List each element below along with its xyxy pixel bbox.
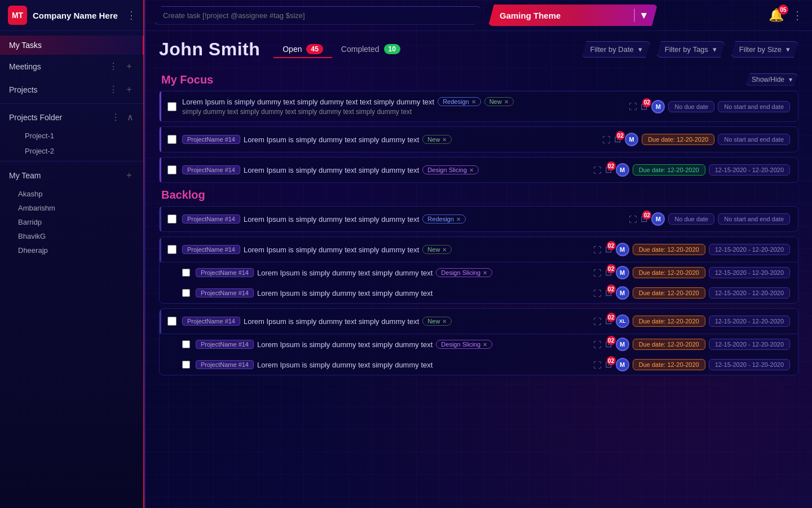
focus-task-3: ProjectName #14 Lorem Ipsum is simply du… — [159, 157, 798, 183]
subtask-badge: ⊡ 02 — [641, 102, 648, 112]
show-hide-button[interactable]: Show/Hide ▾ — [745, 73, 798, 86]
notification-bell[interactable]: 🔔 05 — [769, 8, 784, 23]
due-date-badge: No due date — [668, 101, 714, 112]
team-member-barridp[interactable]: Barridp — [9, 215, 144, 229]
focus-task-3-actions: ⛶ ⊡ 02 M Due date: 12-20-2020 12-15-2020… — [593, 163, 790, 177]
company-name: Company Name Here — [33, 11, 121, 20]
filter-size-button[interactable]: Filter by Size ▾ — [731, 41, 798, 58]
due-date-badge-3: Due date: 12-20-2020 — [633, 164, 705, 176]
sidebar-item-projects[interactable]: Projects ⋮ ＋ — [0, 78, 144, 101]
tag-new-b2-remove[interactable]: ✕ — [442, 247, 447, 253]
focus-task-1-body: Lorem Ipsum is simply dummy text simply … — [182, 97, 623, 116]
subtask-badge-b2: ⊡ 02 — [605, 244, 612, 255]
tag-new-2-remove[interactable]: ✕ — [442, 137, 447, 143]
backlog-task-3-checkbox[interactable] — [167, 317, 176, 326]
project-badge-3: ProjectName #14 — [182, 165, 240, 174]
tag-new-2: New ✕ — [422, 135, 452, 144]
tag-design-3: Design Slicing ✕ — [422, 165, 479, 174]
focus-task-2-body: ProjectName #14 Lorem Ipsum is simply du… — [182, 135, 597, 144]
sidebar-item-my-team[interactable]: My Team ＋ — [0, 164, 144, 187]
topbar: Gaming Theme ▾ 🔔 05 ⋮ — [145, 0, 812, 31]
subtask-2-1-checkbox[interactable] — [182, 269, 190, 277]
tag-redesign-remove[interactable]: ✕ — [471, 99, 476, 105]
expand-icon-b2[interactable]: ⛶ — [593, 245, 602, 255]
sidebar-menu-icon[interactable]: ⋮ — [126, 9, 136, 21]
tag-redesign-b1-remove[interactable]: ✕ — [456, 216, 461, 222]
focus-task-3-checkbox[interactable] — [167, 165, 176, 174]
subtask-3-2-checkbox[interactable] — [182, 361, 190, 369]
main-content: Gaming Theme ▾ 🔔 05 ⋮ John Smith Open 45… — [145, 0, 812, 508]
backlog-task-2-actions: ⛶ ⊡ 02 M Due date: 12-20-2020 12-15-2020… — [593, 243, 790, 256]
expand-icon-b1[interactable]: ⛶ — [629, 214, 637, 224]
expand-icon-2[interactable]: ⛶ — [602, 135, 611, 144]
folder-options-icon[interactable]: ⋮ — [109, 111, 122, 123]
filter-date-button[interactable]: Filter by Date ▾ — [581, 41, 650, 58]
backlog-group-2: ProjectName #14 Lorem Ipsum is simply du… — [159, 237, 798, 304]
meetings-options-icon[interactable]: ⋮ — [107, 60, 120, 72]
sidebar-item-meetings[interactable]: Meetings ⋮ ＋ — [0, 55, 144, 78]
notification-badge: 05 — [778, 5, 788, 15]
sidebar-item-project2[interactable]: Project-2 — [16, 143, 144, 159]
nav-divider — [0, 103, 144, 104]
backlog-task-2-checkbox[interactable] — [167, 245, 176, 254]
team-member-bhavikg[interactable]: BhavikG — [9, 229, 144, 243]
subtask-count-b1: 02 — [642, 211, 651, 220]
tab-open[interactable]: Open 45 — [273, 41, 332, 58]
filter-size-chevron: ▾ — [786, 45, 790, 54]
focus-task-1-line1: Lorem Ipsum is simply dummy text simply … — [182, 97, 623, 106]
subtask-3-1-checkbox[interactable] — [182, 340, 190, 348]
team-members-list: Akashp Ambarishm Barridp BhavikG Dheeraj… — [0, 187, 144, 257]
tag-new-remove[interactable]: ✕ — [504, 99, 509, 105]
focus-section-title: My Focus — [159, 73, 213, 86]
gaming-theme-label: Gaming Theme — [500, 11, 561, 20]
backlog-task-2-main: ProjectName #14 Lorem Ipsum is simply du… — [160, 237, 798, 262]
assignee-badge-xl: XL — [616, 314, 629, 328]
backlog-task-1-checkbox[interactable] — [167, 214, 176, 224]
nav-divider2 — [0, 161, 144, 161]
tag-design-3-remove[interactable]: ✕ — [469, 167, 474, 173]
show-hide-chevron: ▾ — [789, 76, 792, 84]
team-member-akashp[interactable]: Akashp — [9, 187, 144, 201]
tab-bar: Open 45 Completed 10 — [273, 41, 409, 58]
subtask-count-3: 02 — [607, 161, 616, 170]
backlog-task-1-actions: ⛶ ⊡ 02 M No due date No start and end da… — [629, 212, 790, 226]
project-badge: ProjectName #14 — [182, 135, 240, 144]
folder-children: Project-1 Project-2 — [0, 128, 144, 159]
due-date-badge-b1: No due date — [668, 213, 714, 225]
team-add-icon[interactable]: ＋ — [123, 169, 135, 182]
backlog-task-1: ProjectName #14 Lorem Ipsum is simply du… — [159, 206, 798, 232]
user-name: John Smith — [159, 39, 260, 60]
focus-task-2-line1: ProjectName #14 Lorem Ipsum is simply du… — [182, 135, 597, 144]
filter-tags-button[interactable]: Filter by Tags ▾ — [656, 41, 725, 58]
projects-add-icon[interactable]: ＋ — [123, 83, 135, 96]
focus-task-1: Lorem Ipsum is simply dummy text simply … — [159, 91, 798, 122]
subtask-count: 02 — [642, 98, 651, 107]
focus-task-3-body: ProjectName #14 Lorem Ipsum is simply du… — [182, 165, 588, 174]
folder-collapse-icon[interactable]: ∧ — [125, 111, 135, 123]
focus-task-1-checkbox[interactable] — [167, 102, 176, 111]
sidebar-item-projects-folder[interactable]: Projects Folder ⋮ ∧ — [0, 106, 144, 128]
gaming-theme-button[interactable]: Gaming Theme ▾ — [488, 5, 657, 26]
backlog-subtask-3-2: ProjectName #14 Lorem Ipsum is simply du… — [160, 354, 798, 375]
sidebar-item-project1[interactable]: Project-1 — [16, 128, 144, 143]
subtask-badge-b1: ⊡ 02 — [641, 214, 648, 224]
team-member-ambarishm[interactable]: Ambarishm — [9, 201, 144, 215]
tab-completed[interactable]: Completed 10 — [332, 41, 409, 58]
projects-options-icon[interactable]: ⋮ — [107, 84, 120, 95]
sidebar-item-my-tasks[interactable]: My Tasks — [0, 36, 144, 55]
assignee-badge-3: M — [616, 163, 629, 177]
topbar-more-options[interactable]: ⋮ — [792, 8, 803, 22]
project-badge-b1: ProjectName #14 — [182, 214, 240, 224]
focus-task-2-checkbox[interactable] — [167, 135, 176, 144]
create-task-input[interactable] — [155, 6, 482, 25]
expand-icon[interactable]: ⛶ — [629, 102, 637, 111]
meetings-add-icon[interactable]: ＋ — [123, 60, 135, 73]
date-range-badge: No start and end date — [718, 101, 790, 112]
expand-icon-3[interactable]: ⛶ — [593, 165, 602, 175]
focus-section-header: My Focus Show/Hide ▾ — [159, 68, 798, 91]
filter-date-chevron: ▾ — [638, 45, 642, 54]
project-badge-b2: ProjectName #14 — [182, 245, 240, 254]
subtask-2-2-checkbox[interactable] — [182, 289, 190, 297]
team-member-dheerajp[interactable]: Dheerajp — [9, 243, 144, 257]
filter-tags-chevron: ▾ — [713, 45, 717, 54]
